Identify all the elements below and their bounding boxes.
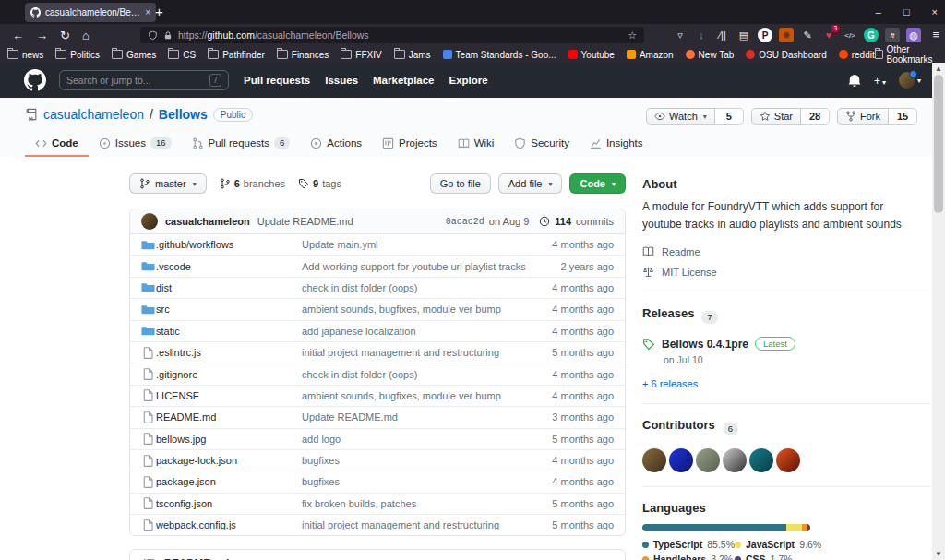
watch-button[interactable]: Watch▾ 5 [646, 108, 744, 125]
code-button[interactable]: Code▾ [569, 173, 626, 194]
page-scrollbar[interactable]: ▲ ▼ [932, 63, 945, 560]
latest-release[interactable]: Bellows 0.4.1pre Latest [642, 337, 930, 351]
purple-extension-icon[interactable]: ◍ [906, 28, 921, 42]
file-name-link[interactable]: bellows.jpg [156, 434, 302, 445]
releases-title[interactable]: Releases [642, 306, 694, 320]
commit-message-link[interactable]: initial project management and restructu… [302, 519, 529, 530]
tab-projects[interactable]: Projects [372, 130, 448, 157]
file-name-link[interactable]: README.md [156, 411, 302, 423]
commit-message-link[interactable]: add logo [302, 434, 529, 445]
repo-owner-link[interactable]: casualchameleon [43, 107, 144, 122]
github-logo-icon[interactable] [24, 69, 46, 91]
create-new-dropdown[interactable]: +▾ [874, 72, 886, 89]
bookmark-reddit[interactable]: reddit [839, 50, 875, 60]
downloads-icon[interactable]: ↓ [694, 28, 709, 42]
url-bar[interactable]: https://github.com/casualchameleon/Bello… [140, 27, 644, 43]
commit-author[interactable]: casualchameleon [165, 216, 250, 227]
github-search-input[interactable]: Search or jump to... / [59, 70, 229, 90]
file-name-link[interactable]: .gitignore [156, 369, 302, 380]
go-to-file-button[interactable]: Go to file [430, 173, 491, 194]
bookmark-osu-dashboard[interactable]: OSU Dashboard [746, 50, 826, 60]
fork-button[interactable]: Fork 15 [837, 108, 917, 125]
contributor-avatar-3[interactable] [696, 448, 720, 472]
browser-tab[interactable]: casualchameleon/Bellows: A m × [25, 3, 156, 22]
language-javascript[interactable]: JavaScript9.6% [735, 539, 855, 550]
tab-actions[interactable]: Actions [300, 130, 372, 157]
file-name-link[interactable]: static [156, 326, 302, 337]
bookmark-team-standards-goo[interactable]: Team Standards - Goo... [443, 50, 556, 60]
more-releases-link[interactable]: + 6 releases [642, 378, 930, 389]
commit-message-link[interactable]: Add working support for youtube url play… [302, 261, 529, 272]
bookmark-cs[interactable]: CS [168, 50, 196, 60]
file-row-dist[interactable]: distcheck in dist folder (oops)4 months … [130, 277, 625, 298]
tab-pull-requests[interactable]: Pull requests6 [182, 130, 301, 157]
scroll-up-icon[interactable]: ▲ [932, 65, 945, 73]
language-handlebars[interactable]: Handlebars3.2% [642, 554, 735, 560]
file-row-gitignore[interactable]: .gitignorecheck in dist folder (oops)4 m… [130, 363, 625, 384]
bookmark-jams[interactable]: Jams [394, 50, 431, 60]
other-bookmarks[interactable]: Other Bookmarks [875, 44, 945, 65]
commit-message-link[interactable]: ambient sounds, bugfixes, module ver bum… [302, 304, 529, 315]
commit-author-avatar[interactable] [141, 213, 158, 230]
repo-name-link[interactable]: Bellows [159, 107, 208, 122]
sidebar-icon[interactable]: ▤ [736, 28, 751, 42]
tab-close-icon[interactable]: × [145, 7, 150, 18]
bookmark-new-tab[interactable]: New Tab [686, 50, 735, 60]
file-row-readme-md[interactable]: README.mdUpdate README.md3 months ago [130, 406, 625, 427]
window-close-button[interactable]: × [932, 6, 938, 18]
license-link[interactable]: MIT License [642, 266, 930, 278]
commit-message-link[interactable]: check in dist folder (oops) [302, 282, 529, 293]
new-tab-button[interactable]: + [155, 4, 163, 20]
bookmark-amazon[interactable]: Amazon [627, 50, 674, 60]
commit-message-link[interactable]: bugfixes [302, 455, 529, 466]
home-button[interactable]: ⌂ [82, 29, 90, 42]
bookmark-ffxiv[interactable]: FFXIV [341, 50, 381, 60]
contributors-title[interactable]: Contributors [642, 418, 715, 432]
menu-icon[interactable]: ≡ [932, 28, 939, 42]
library-icon[interactable]: ⁄|| [715, 28, 730, 42]
tab-code[interactable]: Code [25, 130, 89, 157]
commit-message-link[interactable]: fix broken builds, patches [302, 498, 529, 509]
heart-extension-icon[interactable]: ♥3 [821, 28, 836, 42]
file-row-webpack-config-js[interactable]: webpack.config.jsinitial project managem… [130, 514, 625, 535]
bookmark-youtube[interactable]: Youtube [568, 50, 615, 60]
commit-message-link[interactable]: Update README.md [302, 411, 529, 423]
bookmark-pathfinder[interactable]: Pathfinder [208, 50, 265, 60]
contributor-avatar-4[interactable] [723, 448, 747, 472]
file-name-link[interactable]: .vscode [156, 261, 302, 272]
contributor-avatar-6[interactable] [776, 448, 800, 472]
readme-link[interactable]: Readme [642, 245, 930, 257]
commit-message-link[interactable]: initial project management and restructu… [302, 347, 529, 358]
devtools-icon[interactable]: </> [843, 28, 857, 42]
header-nav-explore[interactable]: Explore [449, 75, 488, 86]
file-row-vscode[interactable]: .vscodeAdd working support for youtube u… [130, 255, 625, 276]
bookmark-star-icon[interactable]: ☆ [628, 30, 637, 42]
tab-insights[interactable]: Insights [580, 130, 653, 157]
tags-link[interactable]: 9tags [298, 178, 341, 189]
language-typescript[interactable]: TypeScript85.5% [642, 539, 735, 550]
bookmark-games[interactable]: Games [112, 50, 156, 60]
star-button[interactable]: Star 28 [751, 108, 830, 125]
reload-button[interactable]: ↻ [60, 29, 70, 42]
contributor-avatar-5[interactable] [749, 448, 773, 472]
tab-wiki[interactable]: Wiki [448, 130, 505, 157]
star-count[interactable]: 28 [801, 108, 830, 125]
file-name-link[interactable]: .eslintrc.js [156, 347, 302, 358]
commit-message-link[interactable]: ambient sounds, bugfixes, module ver bum… [302, 390, 529, 401]
commit-message-link[interactable]: Update main.yml [302, 239, 529, 250]
file-name-link[interactable]: src [156, 304, 302, 315]
file-name-link[interactable]: LICENSE [156, 390, 302, 401]
file-row-tsconfig-json[interactable]: tsconfig.jsonfix broken builds, patches5… [130, 493, 625, 514]
file-name-link[interactable]: webpack.config.js [156, 519, 302, 530]
file-name-link[interactable]: package.json [156, 476, 302, 487]
file-row-package-json[interactable]: package.jsonbugfixes4 months ago [130, 471, 625, 492]
commit-message-link[interactable]: add japanese localization [302, 326, 529, 337]
language-css[interactable]: CSS1.7% [735, 554, 855, 560]
add-file-button[interactable]: Add file▾ [498, 173, 563, 194]
file-row-license[interactable]: LICENSEambient sounds, bugfixes, module … [130, 385, 625, 406]
back-button[interactable]: ← [12, 29, 24, 42]
bookmark-politics[interactable]: Politics [55, 50, 100, 60]
extension-gear-icon[interactable]: ✸ [779, 28, 794, 42]
branches-link[interactable]: 6branches [220, 178, 285, 189]
window-maximize-button[interactable]: □ [903, 6, 910, 18]
